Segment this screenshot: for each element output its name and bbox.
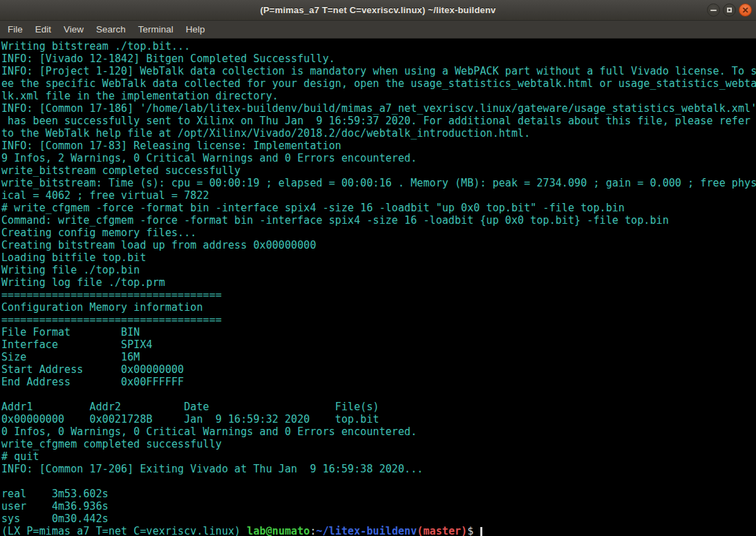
close-icon: ✕ [741,6,748,14]
terminal-line: INFO: [Project 1-120] WebTalk data colle… [1,65,756,77]
prompt-segment-default: (LX P=mimas_a7 T=net C=vexriscv.linux) [1,525,247,536]
menu-item-terminal[interactable]: Terminal [132,22,180,37]
minimize-icon [710,10,717,11]
terminal-line: write_bitstream completed successfully [1,164,756,177]
window-title: (P=mimas_a7 T=net C=vexriscv.linux) ~/li… [260,5,495,15]
terminal-line: user 4m36.936s [1,500,756,513]
terminal-line: Writing file ./top.bin [1,264,756,276]
terminal-line: Addr1 Addr2 Date File(s) [1,401,756,413]
maximize-icon [727,8,732,12]
prompt-segment-blue: ~/litex-buildenv [316,525,417,536]
close-button[interactable]: ✕ [739,3,752,17]
menubar: FileEditViewSearchTerminalHelp [0,21,756,39]
terminal-line: End Address 0x00FFFFFF [1,376,756,388]
menu-item-view[interactable]: View [57,22,90,37]
terminal-line: write_bitstream: Time (s): cpu = 00:00:1… [1,177,756,189]
terminal-line: Start Address 0x00000000 [1,363,756,376]
terminal-line: Writing log file ./top.prm [1,276,756,289]
prompt-segment-gray: $ [467,525,480,536]
terminal-line: Creating bitstream load up from address … [1,239,756,251]
terminal-line: INFO: [Common 17-206] Exiting Vivado at … [1,463,756,475]
prompt-segment-red: (master) [417,525,467,536]
terminal-line [1,388,756,401]
prompt-segment-green: lab@numato [247,525,310,536]
text-cursor [480,527,482,536]
minimize-button[interactable] [707,3,720,17]
titlebar[interactable]: (P=mimas_a7 T=net C=vexriscv.linux) ~/li… [0,0,756,21]
terminal-output[interactable]: Writing bitstream ./top.bit...INFO: [Viv… [0,39,756,536]
terminal-line: =================================== [1,289,756,301]
terminal-line: sys 0m30.442s [1,513,756,525]
terminal-line: has been successfully sent to Xilinx on … [1,115,756,127]
maximize-button[interactable] [723,3,736,17]
terminal-line: ee the specific WebTalk data collected f… [1,77,756,90]
window-controls: ✕ [707,3,752,17]
terminal-line: 9 Infos, 2 Warnings, 0 Critical Warnings… [1,152,756,164]
terminal-line: Size 16M [1,351,756,363]
terminal-line: Interface SPIX4 [1,338,756,351]
terminal-line: lk.xml file in the implementation direct… [1,90,756,102]
terminal-line: 0 Infos, 0 Warnings, 0 Critical Warnings… [1,425,756,438]
terminal-line: INFO: [Common 17-83] Releasing license: … [1,140,756,152]
menu-item-file[interactable]: File [1,22,29,37]
terminal-line: Configuration Memory information [1,301,756,314]
menu-item-edit[interactable]: Edit [29,22,57,37]
terminal-line: # write_cfgmem -force -format bin -inter… [1,202,756,214]
terminal-line: INFO: [Vivado 12-1842] Bitgen Completed … [1,52,756,65]
terminal-line: write_cfgmem completed successfully [1,438,756,450]
terminal-line: ical = 4062 ; free virtual = 7822 [1,189,756,202]
terminal-line: File Format BIN [1,326,756,338]
terminal-line: to the WebTalk help file at /opt/Xilinx/… [1,127,756,140]
terminal-line: real 3m53.602s [1,488,756,500]
menu-item-search[interactable]: Search [90,22,132,37]
terminal-line: 0x00000000 0x0021728B Jan 9 16:59:32 202… [1,413,756,425]
prompt-segment-gray: : [310,525,316,536]
terminal-line: Command: write_cfgmem -force -format bin… [1,214,756,227]
terminal-line: Creating config memory files... [1,227,756,239]
menu-item-help[interactable]: Help [180,22,211,37]
terminal-line [1,475,756,488]
terminal-line: # quit [1,450,756,463]
terminal-line: Writing bitstream ./top.bit... [1,40,756,52]
terminal-line: Loading bitfile top.bit [1,251,756,264]
shell-prompt: (LX P=mimas_a7 T=net C=vexriscv.linux) l… [1,525,756,536]
terminal-window: (P=mimas_a7 T=net C=vexriscv.linux) ~/li… [0,0,756,536]
terminal-line: =================================== [1,314,756,326]
terminal-line: INFO: [Common 17-186] '/home/lab/litex-b… [1,102,756,115]
